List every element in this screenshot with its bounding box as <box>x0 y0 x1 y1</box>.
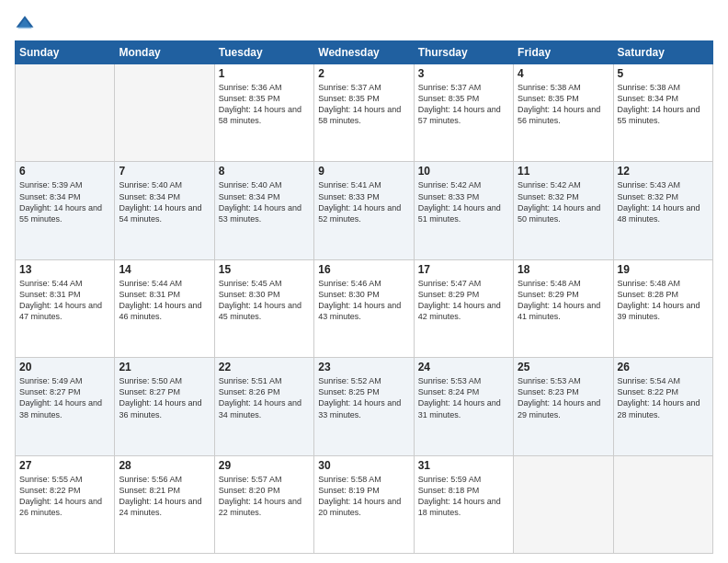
calendar-cell: 26Sunrise: 5:54 AM Sunset: 8:22 PM Dayli… <box>613 358 712 455</box>
calendar-cell: 18Sunrise: 5:48 AM Sunset: 8:29 PM Dayli… <box>514 259 613 357</box>
day-number: 16 <box>318 263 409 276</box>
week-row-3: 13Sunrise: 5:44 AM Sunset: 8:31 PM Dayli… <box>16 259 713 357</box>
day-number: 24 <box>418 361 509 373</box>
calendar-cell: 12Sunrise: 5:43 AM Sunset: 8:32 PM Dayli… <box>613 162 712 259</box>
calendar-cell: 27Sunrise: 5:55 AM Sunset: 8:22 PM Dayli… <box>16 455 115 553</box>
calendar-cell: 28Sunrise: 5:56 AM Sunset: 8:21 PM Dayli… <box>115 455 214 553</box>
calendar-cell: 6Sunrise: 5:39 AM Sunset: 8:34 PM Daylig… <box>16 162 115 259</box>
day-number: 23 <box>318 361 409 373</box>
day-number: 27 <box>19 459 110 472</box>
cell-info: Sunrise: 5:46 AM Sunset: 8:30 PM Dayligh… <box>318 278 409 323</box>
day-number: 9 <box>318 165 409 178</box>
cell-info: Sunrise: 5:40 AM Sunset: 8:34 PM Dayligh… <box>219 179 310 224</box>
day-number: 4 <box>518 67 609 80</box>
day-number: 5 <box>618 67 709 80</box>
calendar-cell: 20Sunrise: 5:49 AM Sunset: 8:27 PM Dayli… <box>16 358 115 455</box>
header <box>15 13 713 33</box>
calendar-cell: 1Sunrise: 5:36 AM Sunset: 8:35 PM Daylig… <box>214 64 313 162</box>
day-number: 10 <box>418 165 509 178</box>
cell-info: Sunrise: 5:51 AM Sunset: 8:26 PM Dayligh… <box>219 375 310 420</box>
cell-info: Sunrise: 5:59 AM Sunset: 8:18 PM Dayligh… <box>418 474 509 519</box>
calendar-cell: 8Sunrise: 5:40 AM Sunset: 8:34 PM Daylig… <box>214 162 313 259</box>
weekday-header-sunday: Sunday <box>16 41 115 64</box>
calendar-cell: 14Sunrise: 5:44 AM Sunset: 8:31 PM Dayli… <box>115 259 214 357</box>
calendar-cell <box>115 64 214 162</box>
logo <box>15 13 39 33</box>
cell-info: Sunrise: 5:42 AM Sunset: 8:33 PM Dayligh… <box>418 179 509 224</box>
cell-info: Sunrise: 5:44 AM Sunset: 8:31 PM Dayligh… <box>119 278 210 323</box>
calendar-cell: 21Sunrise: 5:50 AM Sunset: 8:27 PM Dayli… <box>115 358 214 455</box>
weekday-header-wednesday: Wednesday <box>314 41 414 64</box>
day-number: 19 <box>618 263 709 276</box>
week-row-5: 27Sunrise: 5:55 AM Sunset: 8:22 PM Dayli… <box>16 455 713 553</box>
calendar-cell: 4Sunrise: 5:38 AM Sunset: 8:35 PM Daylig… <box>514 64 613 162</box>
day-number: 29 <box>219 459 310 472</box>
day-number: 3 <box>418 67 509 80</box>
cell-info: Sunrise: 5:58 AM Sunset: 8:19 PM Dayligh… <box>318 474 409 519</box>
week-row-4: 20Sunrise: 5:49 AM Sunset: 8:27 PM Dayli… <box>16 358 713 455</box>
cell-info: Sunrise: 5:38 AM Sunset: 8:34 PM Dayligh… <box>618 82 709 127</box>
cell-info: Sunrise: 5:55 AM Sunset: 8:22 PM Dayligh… <box>19 474 110 519</box>
calendar-cell: 30Sunrise: 5:58 AM Sunset: 8:19 PM Dayli… <box>314 455 414 553</box>
cell-info: Sunrise: 5:38 AM Sunset: 8:35 PM Dayligh… <box>518 82 609 127</box>
cell-info: Sunrise: 5:44 AM Sunset: 8:31 PM Dayligh… <box>19 278 110 323</box>
day-number: 22 <box>219 361 310 373</box>
day-number: 11 <box>518 165 609 178</box>
calendar-cell: 23Sunrise: 5:52 AM Sunset: 8:25 PM Dayli… <box>314 358 414 455</box>
cell-info: Sunrise: 5:37 AM Sunset: 8:35 PM Dayligh… <box>318 82 409 127</box>
calendar-cell: 25Sunrise: 5:53 AM Sunset: 8:23 PM Dayli… <box>514 358 613 455</box>
calendar-cell: 31Sunrise: 5:59 AM Sunset: 8:18 PM Dayli… <box>414 455 513 553</box>
day-number: 12 <box>618 165 709 178</box>
day-number: 25 <box>518 361 609 373</box>
calendar-cell: 7Sunrise: 5:40 AM Sunset: 8:34 PM Daylig… <box>115 162 214 259</box>
day-number: 1 <box>219 67 310 80</box>
weekday-header-monday: Monday <box>115 41 214 64</box>
weekday-header-thursday: Thursday <box>414 41 513 64</box>
week-row-2: 6Sunrise: 5:39 AM Sunset: 8:34 PM Daylig… <box>16 162 713 259</box>
day-number: 21 <box>119 361 210 373</box>
cell-info: Sunrise: 5:48 AM Sunset: 8:28 PM Dayligh… <box>618 278 709 323</box>
day-number: 26 <box>618 361 709 373</box>
day-number: 2 <box>318 67 409 80</box>
calendar-cell: 16Sunrise: 5:46 AM Sunset: 8:30 PM Dayli… <box>314 259 414 357</box>
cell-info: Sunrise: 5:49 AM Sunset: 8:27 PM Dayligh… <box>19 375 110 420</box>
calendar-cell: 29Sunrise: 5:57 AM Sunset: 8:20 PM Dayli… <box>214 455 313 553</box>
calendar-cell: 3Sunrise: 5:37 AM Sunset: 8:35 PM Daylig… <box>414 64 513 162</box>
day-number: 14 <box>119 263 210 276</box>
weekday-header-row: SundayMondayTuesdayWednesdayThursdayFrid… <box>16 41 713 64</box>
cell-info: Sunrise: 5:53 AM Sunset: 8:24 PM Dayligh… <box>418 375 509 420</box>
cell-info: Sunrise: 5:40 AM Sunset: 8:34 PM Dayligh… <box>119 179 210 224</box>
cell-info: Sunrise: 5:48 AM Sunset: 8:29 PM Dayligh… <box>518 278 609 323</box>
calendar-cell: 2Sunrise: 5:37 AM Sunset: 8:35 PM Daylig… <box>314 64 414 162</box>
calendar-cell: 15Sunrise: 5:45 AM Sunset: 8:30 PM Dayli… <box>214 259 313 357</box>
cell-info: Sunrise: 5:43 AM Sunset: 8:32 PM Dayligh… <box>618 179 709 224</box>
week-row-1: 1Sunrise: 5:36 AM Sunset: 8:35 PM Daylig… <box>16 64 713 162</box>
calendar: SundayMondayTuesdayWednesdayThursdayFrid… <box>15 40 713 554</box>
cell-info: Sunrise: 5:45 AM Sunset: 8:30 PM Dayligh… <box>219 278 310 323</box>
day-number: 8 <box>219 165 310 178</box>
calendar-cell: 5Sunrise: 5:38 AM Sunset: 8:34 PM Daylig… <box>613 64 712 162</box>
cell-info: Sunrise: 5:47 AM Sunset: 8:29 PM Dayligh… <box>418 278 509 323</box>
day-number: 30 <box>318 459 409 472</box>
calendar-cell <box>16 64 115 162</box>
day-number: 7 <box>119 165 210 178</box>
cell-info: Sunrise: 5:50 AM Sunset: 8:27 PM Dayligh… <box>119 375 210 420</box>
cell-info: Sunrise: 5:39 AM Sunset: 8:34 PM Dayligh… <box>19 179 110 224</box>
cell-info: Sunrise: 5:54 AM Sunset: 8:22 PM Dayligh… <box>618 375 709 420</box>
cell-info: Sunrise: 5:52 AM Sunset: 8:25 PM Dayligh… <box>318 375 409 420</box>
calendar-cell: 17Sunrise: 5:47 AM Sunset: 8:29 PM Dayli… <box>414 259 513 357</box>
calendar-cell: 9Sunrise: 5:41 AM Sunset: 8:33 PM Daylig… <box>314 162 414 259</box>
day-number: 17 <box>418 263 509 276</box>
cell-info: Sunrise: 5:57 AM Sunset: 8:20 PM Dayligh… <box>219 474 310 519</box>
cell-info: Sunrise: 5:36 AM Sunset: 8:35 PM Dayligh… <box>219 82 310 127</box>
calendar-cell <box>613 455 712 553</box>
day-number: 31 <box>418 459 509 472</box>
calendar-cell: 11Sunrise: 5:42 AM Sunset: 8:32 PM Dayli… <box>514 162 613 259</box>
day-number: 28 <box>119 459 210 472</box>
weekday-header-tuesday: Tuesday <box>214 41 313 64</box>
weekday-header-saturday: Saturday <box>613 41 712 64</box>
day-number: 6 <box>19 165 110 178</box>
cell-info: Sunrise: 5:53 AM Sunset: 8:23 PM Dayligh… <box>518 375 609 420</box>
cell-info: Sunrise: 5:37 AM Sunset: 8:35 PM Dayligh… <box>418 82 509 127</box>
page: SundayMondayTuesdayWednesdayThursdayFrid… <box>0 0 728 563</box>
